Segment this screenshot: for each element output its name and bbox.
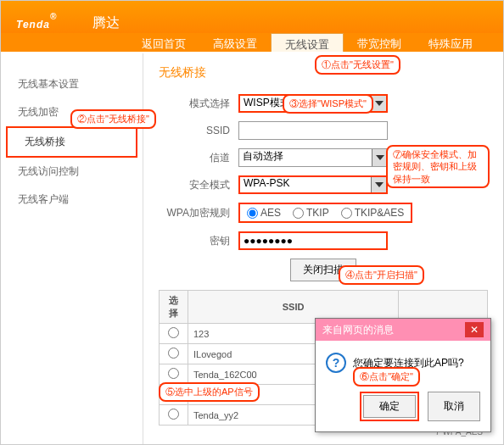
wpa-radio-group: AES TKIP TKIP&AES	[238, 203, 412, 223]
radio-aes[interactable]	[247, 208, 258, 219]
radio-mix[interactable]	[341, 208, 352, 219]
nav-bandwidth[interactable]: 带宽控制	[344, 33, 415, 52]
key-input[interactable]	[238, 231, 388, 250]
ssid-input[interactable]	[238, 121, 388, 140]
callout-2: ②点击"无线桥接"	[70, 109, 156, 129]
callout-7: ⑦确保安全模式、加密规则、密钥和上级保持一致	[386, 145, 490, 188]
brand-cn: 腾达	[92, 14, 120, 32]
nav-wireless[interactable]: 无线设置	[271, 33, 344, 52]
row-radio[interactable]	[168, 348, 179, 359]
callout-4: ④点击"开启扫描"	[339, 265, 424, 285]
sidebar-item-bridge[interactable]: 无线桥接	[6, 126, 137, 158]
wpa-opt-mix[interactable]: TKIP&AES	[341, 207, 405, 219]
row-radio[interactable]	[168, 327, 179, 338]
wpa-opt-tkip[interactable]: TKIP	[293, 207, 329, 219]
brand-logo: Tenda®	[16, 8, 57, 34]
channel-select[interactable]: 自动选择	[238, 148, 388, 167]
callout-6: ⑥点击"确定"	[353, 367, 420, 387]
callout-1: ①点击"无线设置"	[315, 55, 400, 75]
security-select[interactable]: WPA-PSK	[238, 175, 388, 194]
mode-label: 模式选择	[159, 97, 238, 111]
question-icon: ?	[326, 353, 346, 373]
callout-3: ③选择"WISP模式"	[283, 94, 373, 114]
sidebar-item-basic[interactable]: 无线基本设置	[1, 70, 143, 98]
channel-value: 自动选择	[243, 150, 283, 162]
ssid-label: SSID	[159, 125, 238, 136]
ok-button[interactable]: 确定	[363, 395, 416, 418]
row-radio[interactable]	[168, 409, 179, 420]
sidebar-item-client[interactable]: 无线客户端	[1, 186, 143, 214]
channel-label: 信道	[159, 151, 238, 165]
key-label: 密钥	[159, 234, 238, 248]
nav-advanced[interactable]: 高级设置	[199, 33, 271, 52]
wpa-opt-aes[interactable]: AES	[247, 207, 281, 219]
nav-home[interactable]: 返回首页	[128, 33, 199, 52]
radio-tkip[interactable]	[293, 208, 304, 219]
sidebar-item-access[interactable]: 无线访问控制	[1, 158, 143, 186]
close-icon[interactable]: ✕	[465, 322, 484, 337]
nav-special[interactable]: 特殊应用	[415, 33, 486, 52]
dialog-title-bar: 来自网页的消息 ✕	[316, 319, 490, 341]
chevron-down-icon	[372, 149, 387, 166]
callout-5: ⑤选中上级的AP信号	[159, 382, 260, 402]
dialog-title: 来自网页的消息	[322, 323, 394, 337]
cancel-button[interactable]: 取消	[428, 392, 480, 421]
chevron-down-icon	[371, 177, 386, 192]
th-select: 选择	[160, 291, 188, 324]
row-radio[interactable]	[168, 368, 179, 379]
security-label: 安全模式	[159, 178, 238, 192]
wpa-label: WPA加密规则	[159, 206, 238, 220]
security-value: WPA-PSK	[244, 177, 289, 189]
top-nav: 返回首页 高级设置 无线设置 带宽控制 特殊应用	[1, 33, 503, 52]
